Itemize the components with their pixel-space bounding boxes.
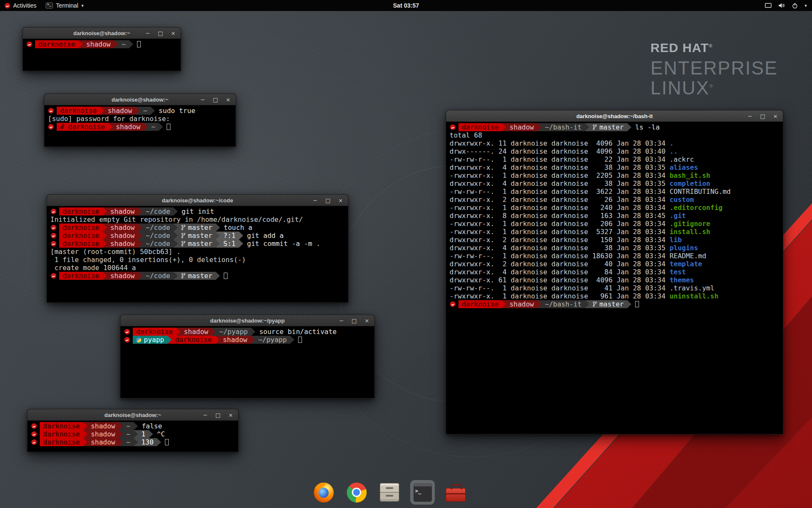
- minimize-button[interactable]: −: [747, 113, 753, 119]
- close-button[interactable]: ×: [228, 412, 233, 418]
- prompt-segment-host: shadow: [107, 240, 138, 248]
- file-meta: drwxrwxr-x. 2 darknoise darknoise 26 Jan…: [450, 196, 669, 204]
- file-name: completion: [669, 179, 710, 188]
- prompt-segment-host: shadow: [219, 336, 251, 344]
- file-list-row: -rw-rw-r--. 1 darknoise darknoise 41 Jan…: [450, 284, 779, 292]
- terminal-content[interactable]: darknoiseshadow~/pyappsource bin/activat…: [120, 326, 375, 398]
- titlebar[interactable]: darknoise@shadow:~ − □ ×: [27, 409, 239, 421]
- terminal-content[interactable]: darknoiseshadow~falsedarknoiseshadow~1^C…: [27, 421, 239, 452]
- maximize-button[interactable]: □: [158, 30, 163, 36]
- file-meta: -rwxrwxr-x. 1 darknoise darknoise 961 Ja…: [450, 292, 669, 300]
- dock-chrome[interactable]: [344, 480, 369, 505]
- window-buttons: − □ ×: [203, 409, 233, 420]
- minimize-button[interactable]: −: [313, 198, 318, 203]
- file-meta: -rwxrwxr-x. 1 darknoise darknoise 206 Ja…: [450, 220, 669, 228]
- file-list-row: -rwxrwxr-x. 1 darknoise darknoise 206 Ja…: [450, 220, 779, 228]
- close-button[interactable]: ×: [773, 113, 778, 119]
- terminal-output-line: [sudo] password for darknoise:: [48, 115, 232, 123]
- prompt-segment-git: master: [178, 240, 216, 248]
- file-list-row: -rwxrwxr-x. 1 darknoise darknoise 961 Ja…: [450, 292, 779, 300]
- prompt-segment-host: shadow: [107, 272, 138, 280]
- maximize-button[interactable]: □: [351, 318, 357, 323]
- prompt-segment-path: ~/code: [143, 240, 174, 248]
- file-list-row: -rw-rw-r--. 1 darknoise darknoise 3622 J…: [450, 188, 779, 196]
- titlebar[interactable]: darknoise@shadow:~/pyapp − □ ×: [120, 315, 375, 326]
- powerline-separator: [239, 240, 243, 248]
- minimize-button[interactable]: −: [339, 318, 344, 323]
- prompt-segment-path: ~: [140, 107, 151, 115]
- titlebar[interactable]: darknoise@shadow:~ − □ ×: [22, 27, 181, 39]
- file-name: .travis.yml: [669, 284, 714, 292]
- window-title: darknoise@shadow:~: [73, 30, 130, 36]
- dock-firefox[interactable]: [311, 480, 336, 505]
- prompt-segment-git: master: [589, 123, 627, 131]
- powerline-separator: [157, 438, 161, 446]
- prompt-segment-user: darknoise: [59, 224, 103, 232]
- powerline-separator: [119, 430, 123, 438]
- terminal-cursor: [224, 273, 228, 279]
- file-meta: drwxrwxr-x. 4 darknoise darknoise 38 Jan…: [450, 244, 669, 252]
- prompt-segment-user: darknoise: [57, 107, 100, 115]
- titlebar[interactable]: darknoise@shadow:~/bash-it − □ ×: [446, 110, 783, 122]
- maximize-button[interactable]: □: [215, 412, 221, 418]
- file-meta: drwxrwxr-x. 11 darknoise darknoise 4096 …: [450, 139, 669, 147]
- titlebar[interactable]: darknoise@shadow:~ − □ ×: [44, 94, 236, 105]
- terminal-content[interactable]: darknoiseshadow~sudo true[sudo] password…: [44, 105, 236, 147]
- brand-linux: LINUX: [650, 77, 710, 98]
- prompt-line: darknoiseshadow~/codegit init: [50, 207, 345, 215]
- toolbox-icon: [446, 488, 466, 502]
- terminal-cursor: [167, 124, 170, 130]
- terminal-cursor: [165, 439, 169, 445]
- dock-app-grid[interactable]: [476, 480, 501, 505]
- file-name: .: [669, 139, 674, 147]
- dock-terminal[interactable]: >_: [410, 480, 435, 505]
- terminal-output-line: Initialized empty Git repository in /hom…: [50, 215, 345, 224]
- maximize-button[interactable]: □: [760, 113, 765, 119]
- file-name: .ackrc: [669, 155, 694, 163]
- minimize-button[interactable]: −: [145, 30, 151, 36]
- terminal-content[interactable]: darknoiseshadow~/codegit initInitialized…: [47, 206, 348, 303]
- prompt-segment-venv: pyapp: [133, 336, 167, 344]
- powerline-separator: [585, 123, 589, 131]
- brand-enterprise: ENTERPRISE: [650, 58, 778, 78]
- terminal-content[interactable]: darknoiseshadow~: [22, 39, 181, 71]
- fedora-icon: [51, 209, 56, 214]
- terminal-content[interactable]: darknoiseshadow~/bash-itmasterls -latota…: [446, 122, 783, 434]
- dock-toolbox[interactable]: [443, 480, 468, 505]
- file-list-row: -rwxrwxr-x. 1 darknoise darknoise 2205 J…: [450, 171, 779, 179]
- powerline-separator: [134, 422, 138, 430]
- powerline-separator: [159, 123, 163, 131]
- close-button[interactable]: ×: [225, 97, 231, 102]
- powerline-separator: [100, 107, 104, 115]
- close-button[interactable]: ×: [364, 318, 370, 323]
- file-meta: -rw-rw-r--. 1 darknoise darknoise 3622 J…: [450, 188, 669, 196]
- powerline-separator: [138, 272, 143, 280]
- close-button[interactable]: ×: [170, 30, 176, 36]
- prompt-line: darknoiseshadow~/codemaster?:1git add a: [50, 232, 345, 240]
- maximize-button[interactable]: □: [325, 198, 331, 203]
- minimize-button[interactable]: −: [203, 412, 208, 418]
- command-text: touch a: [220, 224, 252, 232]
- clock[interactable]: Sat 03:57: [393, 2, 419, 9]
- window-buttons: − □ ×: [145, 28, 176, 39]
- powerline-separator: [136, 107, 140, 115]
- powerline-separator: [134, 430, 138, 438]
- system-status-area[interactable]: ▾: [765, 3, 812, 9]
- maximize-button[interactable]: □: [213, 97, 218, 102]
- window-buttons: − □ ×: [747, 110, 778, 121]
- app-menu-label: Terminal: [56, 2, 78, 9]
- powerline-separator: [149, 430, 153, 438]
- activities-button[interactable]: Activities: [0, 0, 41, 11]
- terminal-window-home-small: darknoise@shadow:~ − □ × darknoiseshadow…: [22, 27, 181, 71]
- prompt-segment-host: shadow: [112, 123, 144, 131]
- minimize-button[interactable]: −: [200, 97, 206, 102]
- app-menu-terminal[interactable]: Terminal ▾: [41, 0, 88, 11]
- titlebar[interactable]: darknoise@shadow:~/code − □ ×: [47, 194, 348, 206]
- prompt-segment-host: shadow: [88, 430, 119, 438]
- powerline-separator: [138, 207, 143, 215]
- file-name: custom: [669, 196, 694, 204]
- file-list-row: drwxrwxr-x. 61 darknoise darknoise 4096 …: [450, 276, 779, 284]
- close-button[interactable]: ×: [338, 198, 343, 203]
- powerline-separator: [251, 336, 255, 344]
- dock-files[interactable]: [377, 480, 402, 505]
